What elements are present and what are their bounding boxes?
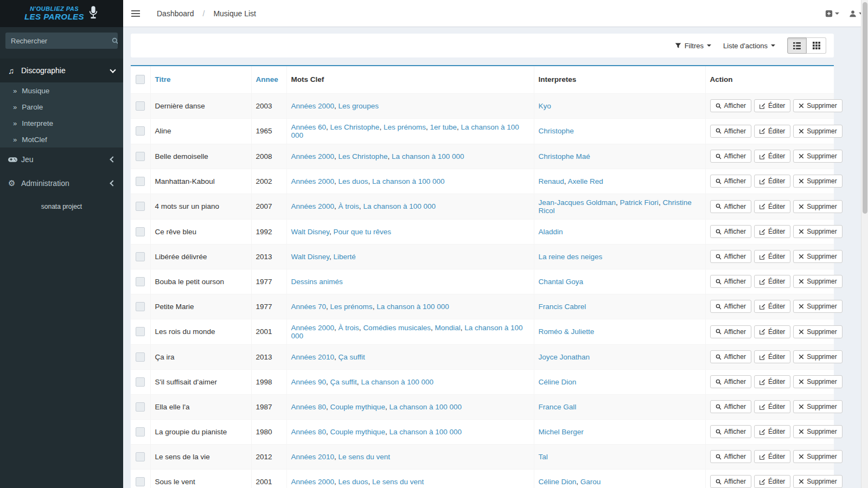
list-view-button[interactable] bbox=[787, 37, 807, 54]
motclef-link[interactable]: 1er tube bbox=[430, 123, 457, 131]
delete-button[interactable]: Supprimer bbox=[793, 300, 842, 313]
row-checkbox[interactable] bbox=[136, 452, 145, 461]
edit-button[interactable]: Éditer bbox=[754, 225, 790, 238]
row-checkbox[interactable] bbox=[136, 277, 145, 286]
motclef-link[interactable]: La chanson à 100 000 bbox=[389, 403, 462, 411]
motclef-link[interactable]: Années 60 bbox=[291, 123, 327, 131]
delete-button[interactable]: Supprimer bbox=[793, 125, 842, 138]
motclef-link[interactable]: Années 70 bbox=[291, 303, 327, 311]
interprete-link[interactable]: Aladdin bbox=[539, 228, 563, 236]
interprete-link[interactable]: La reine des neiges bbox=[539, 253, 603, 261]
row-checkbox[interactable] bbox=[136, 101, 145, 111]
interprete-link[interactable]: Jean-Jacques Goldman bbox=[539, 198, 616, 207]
motclef-link[interactable]: Années 2000 bbox=[291, 324, 335, 332]
interprete-link[interactable]: Christophe Maé bbox=[539, 152, 590, 160]
show-button[interactable]: Afficher bbox=[710, 400, 751, 413]
delete-button[interactable]: Supprimer bbox=[793, 350, 842, 363]
sidebar-item-musique[interactable]: »Musique bbox=[0, 82, 123, 99]
interprete-link[interactable]: Chantal Goya bbox=[539, 278, 584, 286]
show-button[interactable]: Afficher bbox=[710, 150, 751, 163]
row-checkbox[interactable] bbox=[136, 352, 145, 362]
motclef-link[interactable]: Années 2000 bbox=[291, 152, 335, 160]
show-button[interactable]: Afficher bbox=[710, 125, 751, 138]
interprete-link[interactable]: Christophe bbox=[539, 127, 574, 135]
show-button[interactable]: Afficher bbox=[710, 99, 751, 112]
row-checkbox[interactable] bbox=[136, 126, 145, 136]
motclef-link[interactable]: Pour que tu rêves bbox=[334, 228, 392, 236]
row-checkbox[interactable] bbox=[136, 302, 145, 311]
search-input[interactable] bbox=[5, 33, 112, 49]
row-checkbox[interactable] bbox=[136, 227, 145, 236]
sidebar-item-motclef[interactable]: »MotClef bbox=[0, 131, 123, 147]
row-checkbox[interactable] bbox=[136, 402, 145, 412]
motclef-link[interactable]: Le sens du vent bbox=[372, 478, 424, 486]
delete-button[interactable]: Supprimer bbox=[793, 475, 842, 488]
delete-button[interactable]: Supprimer bbox=[793, 99, 842, 112]
edit-button[interactable]: Éditer bbox=[754, 275, 790, 288]
breadcrumb-dashboard-link[interactable]: Dashboard bbox=[157, 9, 194, 18]
edit-button[interactable]: Éditer bbox=[754, 300, 790, 313]
show-button[interactable]: Afficher bbox=[710, 450, 751, 463]
show-button[interactable]: Afficher bbox=[710, 425, 751, 438]
delete-button[interactable]: Supprimer bbox=[793, 200, 842, 213]
sidebar-item-jeu[interactable]: Jeu bbox=[0, 147, 123, 171]
edit-button[interactable]: Éditer bbox=[754, 375, 790, 388]
row-checkbox[interactable] bbox=[136, 177, 145, 186]
motclef-link[interactable]: Comédies musicales bbox=[363, 324, 431, 332]
motclef-link[interactable]: La chanson à 100 000 bbox=[392, 152, 464, 160]
delete-button[interactable]: Supprimer bbox=[793, 150, 842, 163]
motclef-link[interactable]: Années 2000 bbox=[291, 102, 335, 110]
edit-button[interactable]: Éditer bbox=[754, 200, 790, 213]
row-checkbox[interactable] bbox=[136, 477, 145, 486]
show-button[interactable]: Afficher bbox=[710, 325, 751, 338]
motclef-link[interactable]: Les Christophe bbox=[330, 123, 380, 131]
interprete-link[interactable]: Kyo bbox=[539, 102, 551, 110]
sidebar-toggle-button[interactable] bbox=[123, 0, 148, 27]
sort-annee-link[interactable]: Annee bbox=[256, 75, 278, 84]
show-button[interactable]: Afficher bbox=[710, 475, 751, 488]
motclef-link[interactable]: Liberté bbox=[334, 253, 356, 261]
interprete-link[interactable]: Joyce Jonathan bbox=[539, 353, 590, 361]
show-button[interactable]: Afficher bbox=[710, 225, 751, 238]
delete-button[interactable]: Supprimer bbox=[793, 275, 842, 288]
row-checkbox[interactable] bbox=[136, 377, 145, 387]
interprete-link[interactable]: Céline Dion bbox=[539, 478, 577, 486]
show-button[interactable]: Afficher bbox=[710, 300, 751, 313]
add-new-dropdown-button[interactable] bbox=[820, 0, 844, 27]
show-button[interactable]: Afficher bbox=[710, 275, 751, 288]
interprete-link[interactable]: Roméo & Juliette bbox=[539, 328, 595, 336]
row-checkbox[interactable] bbox=[136, 152, 145, 161]
interprete-link[interactable]: Tal bbox=[539, 453, 548, 461]
show-button[interactable]: Afficher bbox=[710, 175, 751, 188]
motclef-link[interactable]: Les groupes bbox=[339, 102, 379, 110]
select-all-checkbox[interactable] bbox=[136, 75, 145, 84]
show-button[interactable]: Afficher bbox=[710, 350, 751, 363]
app-logo[interactable]: N'OUBLIEZ PAS LES PAROLES bbox=[0, 0, 123, 27]
row-checkbox[interactable] bbox=[136, 327, 145, 336]
delete-button[interactable]: Supprimer bbox=[793, 225, 842, 238]
edit-button[interactable]: Éditer bbox=[754, 325, 790, 338]
vertical-scrollbar[interactable] bbox=[861, 0, 868, 488]
motclef-link[interactable]: Les duos bbox=[339, 177, 368, 185]
interprete-link[interactable]: Axelle Red bbox=[568, 177, 603, 185]
motclef-link[interactable]: Ça suffit bbox=[330, 378, 357, 386]
search-submit-button[interactable] bbox=[112, 33, 118, 49]
row-checkbox[interactable] bbox=[136, 252, 145, 261]
motclef-link[interactable]: Walt Disney bbox=[291, 253, 330, 261]
motclef-link[interactable]: Années 80 bbox=[291, 428, 327, 436]
motclef-link[interactable]: Mondial bbox=[435, 324, 460, 332]
motclef-link[interactable]: La chanson à 100 000 bbox=[361, 378, 433, 386]
motclef-link[interactable]: À trois bbox=[339, 324, 359, 332]
interprete-link[interactable]: Renaud bbox=[539, 177, 564, 185]
batch-actions-dropdown[interactable]: Liste d'actions bbox=[723, 42, 775, 50]
show-button[interactable]: Afficher bbox=[710, 200, 751, 213]
edit-button[interactable]: Éditer bbox=[754, 425, 790, 438]
edit-button[interactable]: Éditer bbox=[754, 99, 790, 112]
motclef-link[interactable]: Dessins animés bbox=[291, 278, 343, 286]
edit-button[interactable]: Éditer bbox=[754, 450, 790, 463]
edit-button[interactable]: Éditer bbox=[754, 150, 790, 163]
row-checkbox[interactable] bbox=[136, 202, 145, 211]
filters-dropdown[interactable]: Filtres bbox=[675, 42, 711, 50]
delete-button[interactable]: Supprimer bbox=[793, 425, 842, 438]
motclef-link[interactable]: Années 80 bbox=[291, 403, 327, 411]
